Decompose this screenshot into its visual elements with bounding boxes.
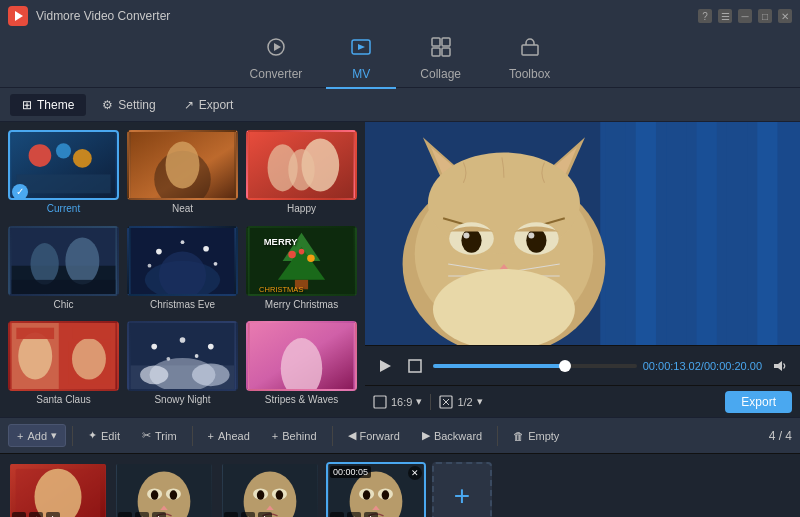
svg-point-63 <box>140 366 168 385</box>
svg-rect-71 <box>636 122 656 345</box>
toolbox-icon <box>519 36 541 63</box>
clip-icons: ▶✦⏱ <box>12 512 60 517</box>
progress-bar[interactable] <box>433 364 637 368</box>
svg-point-33 <box>181 240 185 244</box>
svg-rect-16 <box>16 174 110 193</box>
tab-toolbox-label: Toolbox <box>509 67 550 81</box>
svg-point-64 <box>192 364 230 387</box>
edit-button[interactable]: ✦ Edit <box>79 424 129 447</box>
clip-close-btn[interactable]: ✕ <box>408 466 422 480</box>
svg-point-130 <box>382 490 390 499</box>
selected-check: ✓ <box>12 184 28 200</box>
behind-button[interactable]: + Behind <box>263 425 326 447</box>
minimize-btn[interactable]: ─ <box>738 9 752 23</box>
theme-item-happy[interactable]: Happy <box>246 130 357 218</box>
play-btn[interactable] <box>373 354 397 378</box>
sep3 <box>332 426 333 446</box>
timeline-clip-4[interactable]: 00:00:05✕▶✦⏱ <box>326 462 426 517</box>
svg-marker-3 <box>274 43 281 51</box>
svg-rect-10 <box>522 45 538 55</box>
stop-btn[interactable] <box>403 354 427 378</box>
timeline-clip-1[interactable]: ▶✦⏱ <box>8 462 108 517</box>
add-button[interactable]: + Add ▾ <box>8 424 66 447</box>
svg-point-122 <box>257 490 265 499</box>
theme-name-chic: Chic <box>8 299 119 310</box>
theme-item-chic[interactable]: Chic <box>8 226 119 314</box>
timeline-clip-2[interactable]: ▶✦⏱ <box>114 462 214 517</box>
quality-icon <box>439 395 453 409</box>
svg-rect-8 <box>432 48 440 56</box>
empty-button[interactable]: 🗑 Empty <box>504 425 568 447</box>
theme-item-current[interactable]: ✓Current <box>8 130 119 218</box>
edit-label: Edit <box>101 430 120 442</box>
svg-point-129 <box>363 490 371 499</box>
theme-name-snowy-night: Snowy Night <box>127 394 238 405</box>
video-area <box>365 122 800 345</box>
forward-button[interactable]: ◀ Forward <box>339 424 409 447</box>
ratio-select[interactable]: 16:9 ▾ <box>373 395 422 409</box>
time-display: 00:00:13.02/00:00:20.00 <box>643 360 762 372</box>
ratio-value: 16:9 <box>391 396 412 408</box>
menu-btn[interactable]: ☰ <box>718 9 732 23</box>
theme-item-snowy-night[interactable]: Snowy Night <box>127 321 238 409</box>
add-dropdown-icon: ▾ <box>51 429 57 442</box>
theme-item-merry-christmas[interactable]: MERRY CHRISTMAS Merry Christmas <box>246 226 357 314</box>
svg-point-61 <box>195 354 199 358</box>
svg-rect-76 <box>778 122 800 345</box>
theme-item-christmas-eve[interactable]: Christmas Eve <box>127 226 238 314</box>
svg-rect-70 <box>605 122 625 345</box>
collage-icon <box>430 36 452 63</box>
svg-point-91 <box>528 232 534 238</box>
svg-point-34 <box>203 246 209 252</box>
preview-panel: 00:00:13.02/00:00:20.00 16:9 ▾ 1/2 ▾ Exp… <box>365 122 800 417</box>
trim-button[interactable]: ✂ Trim <box>133 424 186 447</box>
svg-rect-51 <box>16 328 54 339</box>
svg-point-14 <box>56 143 71 158</box>
theme-item-santa-claus[interactable]: Santa Claus <box>8 321 119 409</box>
quality-select[interactable]: 1/2 ▾ <box>439 395 482 409</box>
svg-point-28 <box>31 243 59 284</box>
forward-label: Forward <box>360 430 400 442</box>
nav-tabs: Converter MV Collage Toolbox <box>0 32 800 88</box>
maximize-btn[interactable]: □ <box>758 9 772 23</box>
svg-text:MERRY: MERRY <box>264 236 298 247</box>
backward-button[interactable]: ▶ Backward <box>413 424 491 447</box>
svg-point-116 <box>170 490 178 499</box>
svg-point-45 <box>299 248 305 254</box>
tab-converter[interactable]: Converter <box>226 30 327 89</box>
quality-value: 1/2 <box>457 396 472 408</box>
sep4 <box>497 426 498 446</box>
clip-time: 00:00:05 <box>330 466 371 478</box>
svg-point-15 <box>73 149 92 168</box>
theme-item-stripes-waves[interactable]: Stripes & Waves <box>246 321 357 409</box>
add-clip-button[interactable]: + <box>432 462 492 517</box>
svg-point-57 <box>151 344 157 350</box>
export-button[interactable]: Export <box>725 391 792 413</box>
svg-marker-100 <box>380 360 391 372</box>
svg-point-50 <box>18 333 52 380</box>
theme-item-neat[interactable]: Neat <box>127 130 238 218</box>
svg-point-123 <box>276 490 284 499</box>
edit-icon: ✦ <box>88 429 97 442</box>
sub-tab-export[interactable]: ↗ Export <box>172 94 246 116</box>
volume-icon[interactable] <box>768 354 792 378</box>
sub-tab-theme[interactable]: ⊞ Theme <box>10 94 86 116</box>
svg-marker-102 <box>774 361 782 371</box>
close-btn[interactable]: ✕ <box>778 9 792 23</box>
add-icon: + <box>17 430 23 442</box>
trim-label: Trim <box>155 430 177 442</box>
tab-toolbox[interactable]: Toolbox <box>485 30 574 89</box>
help-btn[interactable]: ? <box>698 9 712 23</box>
sub-tab-setting[interactable]: ⚙ Setting <box>90 94 167 116</box>
tab-collage[interactable]: Collage <box>396 30 485 89</box>
timeline-clip-3[interactable]: ▶✦⏱ <box>220 462 320 517</box>
tab-mv[interactable]: MV <box>326 30 396 89</box>
export-tab-icon: ↗ <box>184 98 194 112</box>
clip-icons: ▶✦⏱ <box>118 512 166 517</box>
window-controls: ? ☰ ─ □ ✕ <box>698 9 792 23</box>
svg-point-53 <box>72 338 106 379</box>
clip-icons: ▶✦⏱ <box>330 512 378 517</box>
timeline: ▶✦⏱ ▶✦⏱ ▶✦⏱ 00:00:05 <box>0 453 800 517</box>
svg-point-32 <box>156 248 162 254</box>
ahead-button[interactable]: + Ahead <box>199 425 259 447</box>
